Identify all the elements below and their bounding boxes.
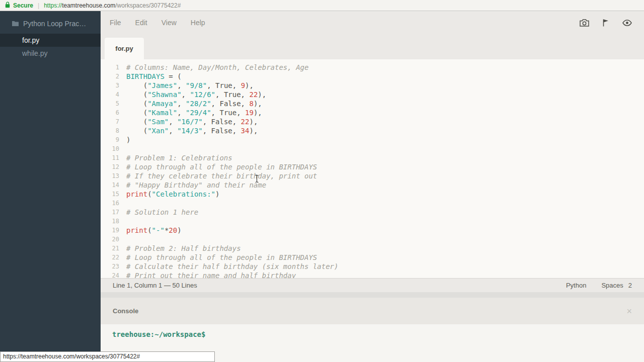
code-line: 3 ("James", "9/8", True, 9), xyxy=(101,81,644,90)
menu-file[interactable]: File xyxy=(110,19,121,27)
code-line: 12# Loop through all of the people in BI… xyxy=(101,162,644,171)
camera-snapshot-icon[interactable] xyxy=(580,19,589,27)
browser-address-bar[interactable]: Secure | https://teamtreehouse.com/works… xyxy=(0,0,644,11)
code-line: 6 ("Kamal", "29/4", True, 19), xyxy=(101,108,644,117)
sidebar-item-while-py[interactable]: while.py xyxy=(0,47,101,60)
workspace-menubar: File Edit View Help xyxy=(101,11,644,34)
url-text[interactable]: https://teamtreehouse.com/workspaces/307… xyxy=(44,2,181,9)
code-line: 22# Loop through all of the people in BI… xyxy=(101,253,644,262)
menu-view[interactable]: View xyxy=(162,19,177,27)
code-line: 1# Columns: Name, Day/Month, Celebrates,… xyxy=(101,63,644,72)
address-bar-divider: | xyxy=(38,2,39,9)
indent-settings-select[interactable]: Spaces 2 xyxy=(601,282,632,289)
workspace-main: File Edit View Help for.py 1# Columns: N… xyxy=(101,11,644,362)
statusbar-right: Python Spaces 2 xyxy=(566,282,632,289)
terminal-prompt: treehouse:~/workspace$ xyxy=(112,330,205,338)
code-line: 21# Problem 2: Half birthdays xyxy=(101,244,644,253)
language-mode-select[interactable]: Python xyxy=(566,282,586,289)
code-line: 19print("-"*20) xyxy=(101,226,644,235)
fork-flag-icon[interactable] xyxy=(602,19,609,27)
secure-label: Secure xyxy=(13,2,33,9)
code-lines: 1# Columns: Name, Day/Month, Celebrates,… xyxy=(101,63,644,280)
menu-edit[interactable]: Edit xyxy=(135,19,147,27)
console-title: Console xyxy=(113,307,138,315)
code-editor[interactable]: 1# Columns: Name, Day/Month, Celebrates,… xyxy=(101,59,644,282)
code-line: 14# "Happy Birthday" and their name xyxy=(101,180,644,190)
code-line: 18 xyxy=(101,217,644,226)
menu-help[interactable]: Help xyxy=(191,19,205,27)
code-line: 7 ("Sam", "16/7", False, 22), xyxy=(101,117,644,126)
tab-for-py[interactable]: for.py xyxy=(105,38,144,59)
code-line: 8 ("Xan", "14/3", False, 34), xyxy=(101,126,644,135)
code-line: 9) xyxy=(101,135,644,144)
folder-icon xyxy=(12,20,19,28)
code-line: 11# Problem 1: Celebrations xyxy=(101,153,644,162)
cursor-position-status: Line 1, Column 1 — 50 Lines xyxy=(113,282,197,289)
lock-icon[interactable] xyxy=(5,2,10,10)
spaces-label: Spaces xyxy=(601,282,623,289)
code-line: 17# Solution 1 here xyxy=(101,208,644,217)
project-name: Python Loop Prac… xyxy=(23,20,86,28)
link-preview-tooltip: https://teamtreehouse.com/workspaces/307… xyxy=(0,351,215,362)
editor-statusbar: Line 1, Column 1 — 50 Lines Python Space… xyxy=(101,278,644,292)
console-header: Console × xyxy=(101,298,644,324)
sidebar-item-for-py[interactable]: for.py xyxy=(0,34,101,47)
code-line: 5 ("Amaya", "28/2", False, 8), xyxy=(101,99,644,108)
code-line: 20 xyxy=(101,235,644,244)
url-path: /workspaces/30775422# xyxy=(115,2,181,9)
code-line: 10 xyxy=(101,144,644,153)
code-line: 15print("Celebrations:") xyxy=(101,190,644,199)
console-close-icon[interactable]: × xyxy=(626,307,632,316)
toolbar-icons xyxy=(580,19,632,27)
eye-preview-icon[interactable] xyxy=(622,20,632,26)
url-host: teamtreehouse.com xyxy=(62,2,115,9)
code-line: 16 xyxy=(101,199,644,208)
editor-tabstrip: for.py xyxy=(101,34,644,59)
code-line: 2BIRTHDAYS = ( xyxy=(101,72,644,81)
url-scheme: https:// xyxy=(44,2,62,9)
sidebar-project-row[interactable]: Python Loop Prac… xyxy=(0,11,101,34)
code-line: 4 ("Shawna", "12/6", True, 22), xyxy=(101,90,644,99)
file-tree-sidebar: Python Loop Prac… for.py while.py xyxy=(0,11,101,362)
spaces-value: 2 xyxy=(628,282,632,289)
code-line: 13# If they celebrate their birthday, pr… xyxy=(101,171,644,180)
code-line: 23# Calculate their half birthday (six m… xyxy=(101,262,644,271)
